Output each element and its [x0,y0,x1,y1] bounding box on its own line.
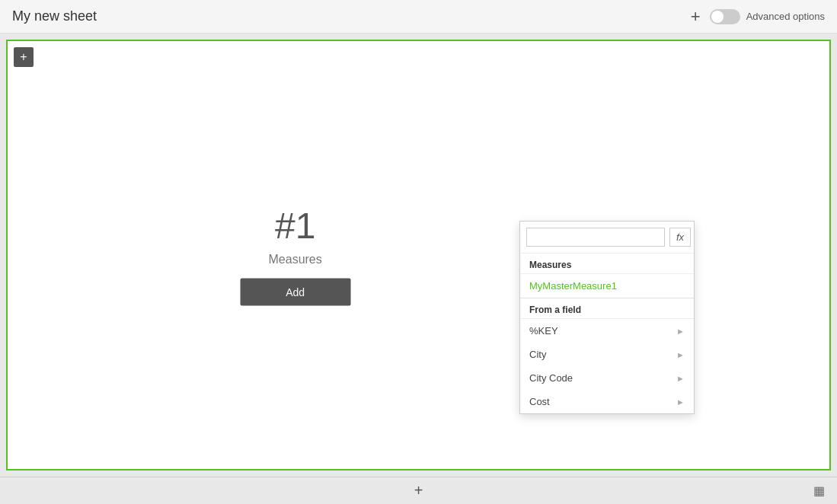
app-header: My new sheet + Advanced options [0,0,837,33]
fx-button[interactable]: fx [669,228,691,247]
from-a-field-section-header: From a field [520,298,694,319]
search-input[interactable] [526,228,665,247]
dropdown-list: Measures MyMasterMeasure1 From a field %… [520,254,694,413]
canvas-add-button[interactable]: + [14,47,34,67]
list-item-my-master-measure[interactable]: MyMasterMeasure1 [520,274,694,298]
chart-measures-label: Measures [240,253,350,266]
advanced-options-label: Advanced options [746,11,825,22]
chevron-right-icon: ► [676,327,685,336]
bottom-bar: + ▦ [0,477,837,504]
page-title: My new sheet [12,8,97,24]
advanced-options-toggle[interactable] [710,9,740,24]
item-label: Cost [529,396,550,407]
advanced-options-toggle-container: Advanced options [710,9,825,24]
chart-number: #1 [240,205,350,247]
chevron-right-icon: ► [676,397,685,407]
add-measure-button[interactable]: Add [240,279,350,306]
list-item-city[interactable]: City ► [520,343,694,366]
sheet-canvas: + + #1 Measures Add fx Measures MyMaster… [6,40,831,471]
bottom-add-button[interactable]: + [414,482,423,499]
list-item-city-code[interactable]: City Code ► [520,366,694,390]
item-label: MyMasterMeasure1 [529,280,617,292]
item-label: City Code [529,372,573,384]
header-add-button[interactable]: + [691,8,701,25]
list-item-cost[interactable]: Cost ► [520,390,694,413]
grid-icon[interactable]: ▦ [813,483,825,498]
search-row: fx [520,222,694,254]
item-label: %KEY [529,325,558,337]
chevron-right-icon: ► [676,374,685,383]
item-label: City [529,349,546,360]
chart-area: #1 Measures Add [240,205,350,306]
measures-section-header: Measures [520,254,694,274]
list-item-percent-key[interactable]: %KEY ► [520,319,694,343]
main-area: + + #1 Measures Add fx Measures MyMaster… [0,33,837,477]
dropdown-panel: fx Measures MyMasterMeasure1 From a fiel… [519,221,695,414]
chevron-right-icon: ► [676,350,685,359]
header-right: + Advanced options [691,8,825,25]
